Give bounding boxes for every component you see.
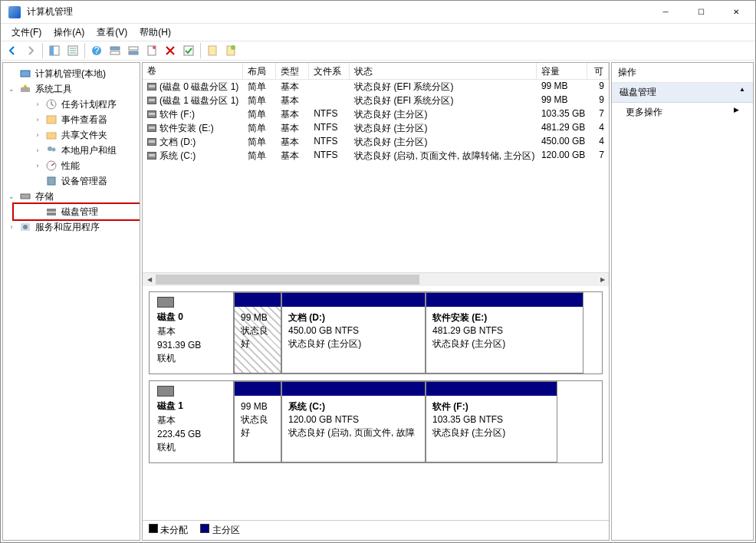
partition-header xyxy=(282,293,425,307)
svg-rect-15 xyxy=(209,46,216,55)
partition-header xyxy=(235,293,281,307)
tree-root[interactable]: 计算机管理(本地) xyxy=(3,66,140,81)
tree-storage[interactable]: ⌄存储 xyxy=(3,189,140,204)
maximize-button[interactable]: ☐ xyxy=(683,1,718,24)
volume-icon xyxy=(147,152,156,160)
partition-header xyxy=(426,382,557,396)
toggle-top-button[interactable] xyxy=(107,42,123,59)
col-type[interactable]: 类型 xyxy=(276,63,309,79)
svg-text:?: ? xyxy=(94,45,100,56)
actions-header: 操作 xyxy=(612,63,753,83)
col-capacity[interactable]: 容量 xyxy=(537,63,588,79)
svg-rect-28 xyxy=(47,209,56,212)
tree-local-users[interactable]: ›本地用户和组 xyxy=(3,143,140,158)
menu-action[interactable]: 操作(A) xyxy=(48,25,90,41)
back-button[interactable] xyxy=(4,42,21,59)
tree-device-manager[interactable]: 设备管理器 xyxy=(3,173,140,189)
volume-row[interactable]: (磁盘 0 磁盘分区 1) 简单 基本 状态良好 (EFI 系统分区) 99 M… xyxy=(143,80,609,94)
disk-label[interactable]: 磁盘 1基本223.45 GB联机 xyxy=(150,381,234,462)
horizontal-scrollbar[interactable]: ◀ ▶ xyxy=(143,272,609,285)
show-hide-button[interactable] xyxy=(46,42,63,59)
center-panel: 卷 布局 类型 文件系统 状态 容量 可 (磁盘 0 磁盘分区 1) 简单 基本… xyxy=(142,62,610,541)
menu-help[interactable]: 帮助(H) xyxy=(133,25,177,41)
volume-row[interactable]: 软件 (F:) 简单 基本 NTFS 状态良好 (主分区) 103.35 GB … xyxy=(143,107,609,121)
toggle-bottom-button[interactable] xyxy=(125,42,142,59)
svg-rect-10 xyxy=(129,47,138,50)
tree-system-tools[interactable]: ⌄系统工具 xyxy=(3,81,140,97)
partition[interactable]: 99 MB状态良好 xyxy=(234,381,281,462)
tree-event-viewer[interactable]: ›事件查看器 xyxy=(3,112,140,127)
partition-header xyxy=(235,382,281,396)
scroll-right-button[interactable]: ▶ xyxy=(596,273,609,286)
partition[interactable]: 系统 (C:)120.00 GB NTFS状态良好 (启动, 页面文件, 故障 xyxy=(281,381,426,462)
col-fs[interactable]: 文件系统 xyxy=(309,63,350,79)
volume-row[interactable]: 文档 (D:) 简单 基本 NTFS 状态良好 (主分区) 450.00 GB … xyxy=(143,135,609,149)
more-actions[interactable]: 更多操作▶ xyxy=(612,103,753,122)
svg-rect-11 xyxy=(129,51,138,54)
col-status[interactable]: 状态 xyxy=(350,63,537,79)
svg-rect-18 xyxy=(21,71,30,77)
tree-performance[interactable]: ›性能 xyxy=(3,158,140,173)
volume-list-body[interactable]: (磁盘 0 磁盘分区 1) 简单 基本 状态良好 (EFI 系统分区) 99 M… xyxy=(143,80,609,272)
forward-button[interactable] xyxy=(22,42,39,59)
tree-task-scheduler[interactable]: ›任务计划程序 xyxy=(3,97,140,112)
menu-view[interactable]: 查看(V) xyxy=(90,25,133,41)
close-button[interactable]: ✕ xyxy=(718,1,754,24)
new-button[interactable] xyxy=(204,42,221,59)
svg-rect-26 xyxy=(48,177,55,185)
svg-rect-8 xyxy=(110,47,120,50)
svg-rect-27 xyxy=(21,194,30,199)
help-button[interactable]: ? xyxy=(88,42,105,59)
volume-icon xyxy=(147,83,156,90)
tree-shared-folders[interactable]: ›共享文件夹 xyxy=(3,127,140,143)
col-layout[interactable]: 布局 xyxy=(243,63,276,79)
legend-primary: 主分区 xyxy=(212,525,240,535)
actions-section[interactable]: 磁盘管理▲ xyxy=(612,83,753,103)
partition-header xyxy=(426,293,583,307)
settings-button[interactable] xyxy=(143,42,160,59)
refresh-button[interactable] xyxy=(222,42,239,59)
svg-rect-19 xyxy=(21,87,30,92)
svg-rect-22 xyxy=(47,133,56,139)
legend-unallocated-swatch xyxy=(149,524,158,533)
scroll-thumb[interactable] xyxy=(156,275,419,285)
tree-disk-management[interactable]: 磁盘管理 xyxy=(3,204,140,219)
volume-row[interactable]: (磁盘 1 磁盘分区 1) 简单 基本 状态良好 (EFI 系统分区) 99 M… xyxy=(143,94,609,107)
volume-list: 卷 布局 类型 文件系统 状态 容量 可 (磁盘 0 磁盘分区 1) 简单 基本… xyxy=(143,63,609,285)
col-free[interactable]: 可 xyxy=(587,63,609,79)
volume-icon xyxy=(147,110,156,118)
col-volume[interactable]: 卷 xyxy=(143,63,243,79)
volume-list-header: 卷 布局 类型 文件系统 状态 容量 可 xyxy=(143,63,609,80)
svg-rect-21 xyxy=(47,116,56,123)
menu-file[interactable]: 文件(F) xyxy=(5,25,48,41)
toolbar: ? xyxy=(1,41,755,61)
menu-bar: 文件(F) 操作(A) 查看(V) 帮助(H) xyxy=(1,24,755,41)
disk-graphical-view: 磁盘 0基本931.39 GB联机 99 MB状态良好 文档 (D:)450.0… xyxy=(143,285,609,520)
volume-row[interactable]: 软件安装 (E:) 简单 基本 NTFS 状态良好 (主分区) 481.29 G… xyxy=(143,121,609,135)
partition[interactable]: 软件 (F:)103.35 GB NTFS状态良好 (主分区) xyxy=(426,381,557,462)
tree-services-apps[interactable]: ›服务和应用程序 xyxy=(3,219,140,235)
navigation-tree[interactable]: 计算机管理(本地) ⌄系统工具 ›任务计划程序 ›事件查看器 ›共享文件夹 ›本… xyxy=(2,62,140,541)
svg-rect-9 xyxy=(110,51,120,54)
svg-point-13 xyxy=(153,46,156,49)
disk-label[interactable]: 磁盘 0基本931.39 GB联机 xyxy=(150,292,234,374)
partition[interactable]: 文档 (D:)450.00 GB NTFS状态良好 (主分区) xyxy=(281,292,426,374)
minimize-button[interactable]: ─ xyxy=(648,1,683,24)
collapse-icon: ▲ xyxy=(739,86,745,99)
properties-button[interactable] xyxy=(64,42,81,59)
window-title: 计算机管理 xyxy=(27,5,648,18)
check-button[interactable] xyxy=(180,42,197,59)
partition[interactable]: 软件安装 (E:)481.29 GB NTFS状态良好 (主分区) xyxy=(426,292,583,374)
volume-icon xyxy=(147,138,156,146)
svg-rect-1 xyxy=(50,46,54,55)
svg-point-31 xyxy=(23,225,28,229)
scroll-left-button[interactable]: ◀ xyxy=(143,273,156,286)
legend: 未分配 主分区 xyxy=(143,520,609,540)
volume-row[interactable]: 系统 (C:) 简单 基本 NTFS 状态良好 (启动, 页面文件, 故障转储,… xyxy=(143,149,609,163)
disk-icon xyxy=(157,297,174,308)
actions-panel: 操作 磁盘管理▲ 更多操作▶ xyxy=(611,62,754,541)
delete-button[interactable] xyxy=(162,42,179,59)
arrow-right-icon: ▶ xyxy=(734,106,739,119)
partition[interactable]: 99 MB状态良好 xyxy=(234,292,281,374)
volume-icon xyxy=(147,124,156,132)
